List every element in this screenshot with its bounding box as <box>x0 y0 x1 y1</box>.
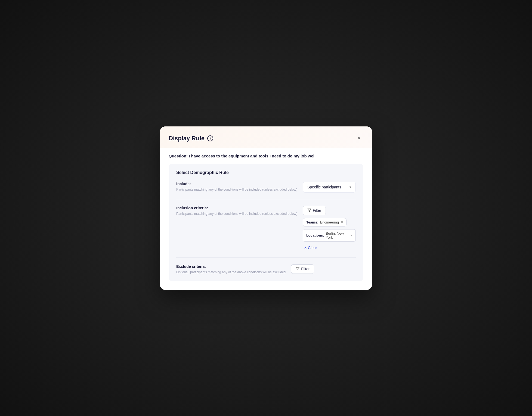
backdrop: Display Rule i × Question: I have access… <box>0 0 532 416</box>
include-label: Include: <box>176 182 297 186</box>
filter-icon <box>307 208 311 213</box>
close-button[interactable]: × <box>355 134 363 143</box>
inclusion-label-area: Inclusion criteria: Participants matchin… <box>176 206 297 216</box>
exclude-filter-icon <box>296 267 299 271</box>
exclude-label-area: Exclude criteria: Optional, participants… <box>176 264 286 275</box>
inclusion-content: Filter Teams: Engineering × Locations: <box>303 206 356 251</box>
inclusion-criteria-label: Inclusion criteria: <box>176 206 297 210</box>
exclude-criteria-section: Exclude criteria: Optional, participants… <box>176 264 356 275</box>
locations-tag-remove-icon[interactable]: × <box>350 234 352 237</box>
include-description: Participants matching any of the conditi… <box>176 187 297 192</box>
teams-tag[interactable]: Teams: Engineering × <box>303 218 347 226</box>
exclude-filter-label: Filter <box>301 267 310 271</box>
exclude-criteria-description: Optional, participants matching any of t… <box>176 270 286 275</box>
tags-second-row: Locations: Berlin, New York × × Clear <box>303 229 356 251</box>
teams-tag-label: Teams: <box>306 220 318 224</box>
inclusion-filter-label: Filter <box>313 208 321 213</box>
clear-label: Clear <box>308 246 317 250</box>
teams-tag-value: Engineering <box>320 220 339 224</box>
include-section: Include: Participants matching any of th… <box>176 182 356 199</box>
clear-x-icon: × <box>304 246 307 250</box>
rule-card-title: Select Demographic Rule <box>176 170 356 175</box>
modal-title-area: Display Rule i <box>169 135 213 142</box>
modal-body: Question: I have access to the equipment… <box>160 148 372 290</box>
rule-card: Select Demographic Rule Include: Partici… <box>169 164 363 281</box>
participants-dropdown[interactable]: Specific participants ▾ <box>303 182 356 193</box>
info-icon[interactable]: i <box>207 135 213 141</box>
locations-tag-label: Locations: <box>306 233 324 237</box>
locations-tag[interactable]: Locations: Berlin, New York × <box>303 229 356 242</box>
chevron-down-icon: ▾ <box>349 185 351 189</box>
exclude-criteria-label: Exclude criteria: <box>176 264 286 269</box>
inclusion-criteria-section: Inclusion criteria: Participants matchin… <box>176 206 356 258</box>
locations-tag-value: Berlin, New York <box>326 231 348 240</box>
modal-title: Display Rule <box>169 135 205 142</box>
include-label-area: Include: Participants matching any of th… <box>176 182 297 192</box>
inclusion-filter-row: Filter Teams: Engineering × <box>303 206 356 226</box>
exclude-content: Filter <box>291 264 356 274</box>
modal: Display Rule i × Question: I have access… <box>160 126 372 290</box>
inclusion-criteria-description: Participants matching any of the conditi… <box>176 211 297 216</box>
modal-header: Display Rule i × <box>160 126 372 148</box>
exclude-filter-row: Filter <box>291 264 356 274</box>
dropdown-value: Specific participants <box>307 185 341 189</box>
clear-button[interactable]: × Clear <box>303 244 319 251</box>
include-content: Specific participants ▾ <box>303 182 356 193</box>
teams-tag-remove-icon[interactable]: × <box>341 220 343 224</box>
inclusion-filter-button[interactable]: Filter <box>303 206 326 215</box>
exclude-filter-button[interactable]: Filter <box>291 264 314 274</box>
question-text: Question: I have access to the equipment… <box>169 154 363 158</box>
